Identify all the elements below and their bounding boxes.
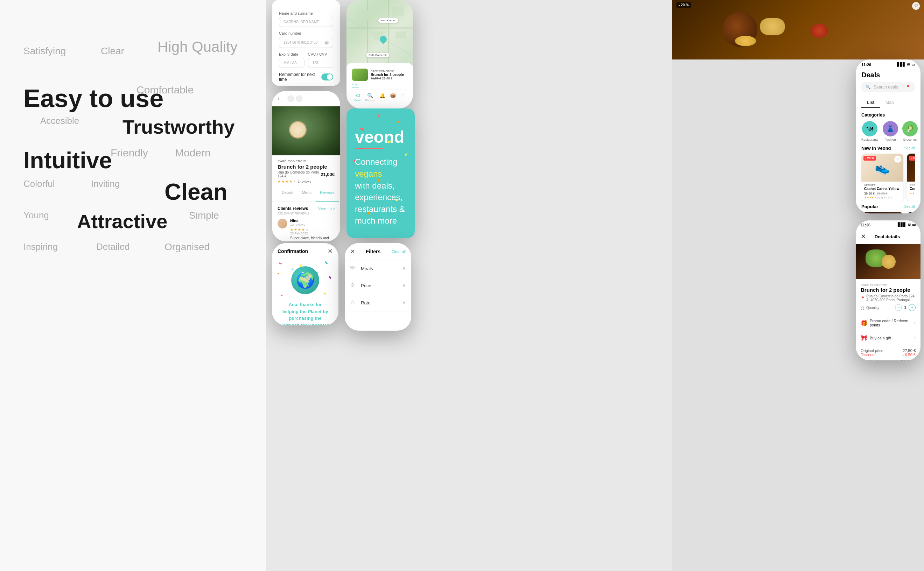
- tagline-connecting: Connecting: [355, 157, 397, 167]
- deal-details-back-button[interactable]: ✕: [861, 233, 866, 240]
- shoes-card-image: 👟 - 20 % ♡: [861, 154, 903, 182]
- map-restaurant-card: CAFÉ COMERCIO Brunch for 2 people 21,50 …: [346, 63, 413, 108]
- qty-plus-button[interactable]: +: [909, 304, 916, 311]
- deals-list-map-tabs: List Map: [856, 98, 921, 108]
- card-number-input[interactable]: 1234 5678 9012 3456 ▦: [279, 37, 333, 48]
- restaurants-category[interactable]: 🍽 Restaurants: [861, 121, 879, 141]
- cooking-shop-name: RESTAURANT: [910, 184, 915, 187]
- shoes-heart-button[interactable]: ♡: [894, 156, 901, 163]
- filters-close-button[interactable]: ✕: [350, 248, 355, 255]
- deal-review-stars: ★★★★★ 1 reviews: [278, 179, 335, 183]
- price-breakdown-section: Original price 27,50 € Discount - 6,50 €…: [856, 345, 921, 360]
- deal-card-shoes[interactable]: 👟 - 20 % ♡ VERNET Cachet Canna Yellow 39…: [861, 154, 903, 201]
- expiry-label: Expiry date: [279, 52, 304, 56]
- remember-toggle[interactable]: [321, 74, 333, 80]
- tab-reviews[interactable]: Reviews: [316, 188, 339, 202]
- bottom-orders-nav[interactable]: 📦: [390, 93, 396, 102]
- bottom-notifications-nav[interactable]: 🔔: [379, 93, 385, 102]
- battery: ▭: [912, 222, 916, 227]
- deal-heart-icon[interactable]: [287, 95, 294, 102]
- veond-underline: [355, 148, 383, 149]
- word-comfortable: Comfortable: [136, 84, 193, 96]
- filters-clear-all-button[interactable]: Clear all: [392, 250, 406, 254]
- confirmation-header: Confirmation ✕: [272, 243, 338, 259]
- filter-rate-item[interactable]: ☆ Rate ∨: [345, 294, 411, 312]
- reviews-title: Clients reviews: [278, 206, 308, 211]
- maps-tab[interactable]: Maps: [352, 83, 359, 88]
- list-tab[interactable]: List: [861, 98, 880, 108]
- cardholder-input[interactable]: CARDHOLDER NAME: [279, 17, 333, 27]
- bottom-deals-nav[interactable]: 🏷 Deals: [355, 93, 361, 102]
- tab-terms[interactable]: Terms &: [339, 188, 340, 202]
- deal-share-icon[interactable]: [296, 95, 303, 102]
- popular-see-all[interactable]: See all: [904, 205, 915, 208]
- rate-chevron-icon: ∨: [402, 300, 406, 305]
- shoes-discount-badge: - 20 %: [864, 156, 876, 160]
- nina-review-info: Nina 10 reviews ★★★★★ 23 Fab 2022 Super …: [290, 219, 335, 241]
- view-more-button[interactable]: View more: [318, 207, 335, 211]
- new-in-see-all[interactable]: See all: [904, 146, 915, 150]
- bottom-discover-nav[interactable]: 🔍 Discover: [365, 93, 375, 102]
- discount-row: Discount - 6,50 €: [861, 353, 916, 357]
- deals-search-placeholder: Search deals: [874, 85, 898, 90]
- price-filter-label: Price: [361, 283, 371, 288]
- plus-sign-1: +: [291, 266, 294, 272]
- deals-search-bar[interactable]: 🔍 Search deals 📍: [861, 82, 915, 93]
- promo-code-row[interactable]: 🎁 Promo code / Redeem points ›: [861, 315, 916, 331]
- shoe-icon: 👟: [875, 160, 890, 175]
- deal-review-header: ‹: [272, 91, 340, 106]
- hero-food-item3: [735, 35, 756, 46]
- word-attractive: Attractive: [77, 210, 167, 233]
- shoes-card-info: VERNET Cachet Canna Yellow 39,90 € 63,92…: [861, 182, 903, 201]
- deals-list-screen: 11:26 ▋▋▋ ≋ ▭ Deals 🔍 Search deals 📍 Lis…: [856, 60, 921, 213]
- expiry-input[interactable]: MM / AA: [279, 58, 304, 68]
- discount-label: Discount: [861, 353, 876, 357]
- deal-details-time: 11:26: [861, 223, 870, 227]
- bottom-wishlist-nav[interactable]: ♡: [400, 93, 405, 102]
- buy-as-gift-row[interactable]: 🎀 Buy as a gift ›: [861, 331, 916, 345]
- deals-location-pin-icon[interactable]: 📍: [905, 85, 911, 90]
- word-young: Young: [23, 210, 49, 221]
- groceries-category[interactable]: 🥬 Groceries: [902, 121, 918, 141]
- original-price-label: Original price: [861, 349, 884, 353]
- filter-meals-item[interactable]: 🍽 Meals ∨: [345, 260, 411, 277]
- deal-details-header: ✕ Deal details: [856, 229, 921, 244]
- popular-card-2[interactable]: - 37 %: [907, 212, 915, 213]
- deal-details-info: CAFE COMERCIO Brunch for 2 people 📍 Rua …: [856, 279, 921, 315]
- promo-icon: 🎁: [861, 320, 868, 326]
- fashion-icon-label: Fashion: [885, 138, 896, 141]
- word-friendly: Friendly: [111, 147, 148, 159]
- tab-menu[interactable]: Menu: [298, 188, 316, 202]
- shoes-rating: 3.9 (2): [875, 196, 883, 199]
- category-icons-row: 🍽 Restaurants 👗 Fashion 🥬 Groceries 💄 Be…: [861, 121, 915, 141]
- confirmation-screen: Confirmation ✕ 🌍 + +: [272, 243, 338, 326]
- popular-card-1[interactable]: - 24 % ♡: [861, 212, 903, 213]
- deal-review-price: 21,00€: [321, 172, 335, 177]
- veond-tagline: Connecting vegans with deals, experience…: [355, 156, 406, 227]
- cvv-input[interactable]: 123: [308, 58, 334, 68]
- quantity-value: 1: [904, 305, 907, 310]
- deal-back-button[interactable]: ‹: [278, 95, 284, 102]
- original-price-value: 27,50 €: [902, 349, 916, 353]
- conf-piece-3: [324, 261, 328, 264]
- wifi-icon: ≋: [907, 62, 910, 67]
- address-pin-icon: 📍: [861, 296, 865, 300]
- fashion-category[interactable]: 👗 Fashion: [883, 121, 898, 141]
- filter-meals-left: 🍽 Meals: [350, 265, 373, 272]
- hero-heart-icon[interactable]: ♡: [912, 2, 920, 10]
- card-number-placeholder: 1234 5678 9012 3456: [283, 40, 317, 45]
- meals-icon: 🍽: [350, 265, 357, 272]
- quantity-controls[interactable]: − 1 +: [895, 304, 916, 311]
- relevant-reviews-label: RELEVANT REVIEWS: [278, 212, 335, 215]
- new-in-section: New in Veond See all 👟 - 20 % ♡ V: [856, 145, 921, 201]
- filter-price-item[interactable]: ⊙ Price ∨: [345, 277, 411, 294]
- confirmation-close-button[interactable]: ✕: [328, 247, 333, 255]
- map-tab[interactable]: Map: [880, 98, 899, 108]
- meals-filter-label: Meals: [361, 266, 373, 271]
- qty-minus-button[interactable]: −: [895, 304, 902, 311]
- tab-details[interactable]: Details: [278, 188, 298, 202]
- deal-card-cooking[interactable]: - 25 % ♡ RESTAURANT Cooking class ★★★★ 3…: [907, 154, 915, 201]
- deals-status-bar: 11:26 ▋▋▋ ≋ ▭: [856, 60, 921, 69]
- cardholder-label: Name and surname: [279, 11, 333, 15]
- confirmation-message2: "Brunch for 2 people" at Café Comercio!: [281, 323, 329, 326]
